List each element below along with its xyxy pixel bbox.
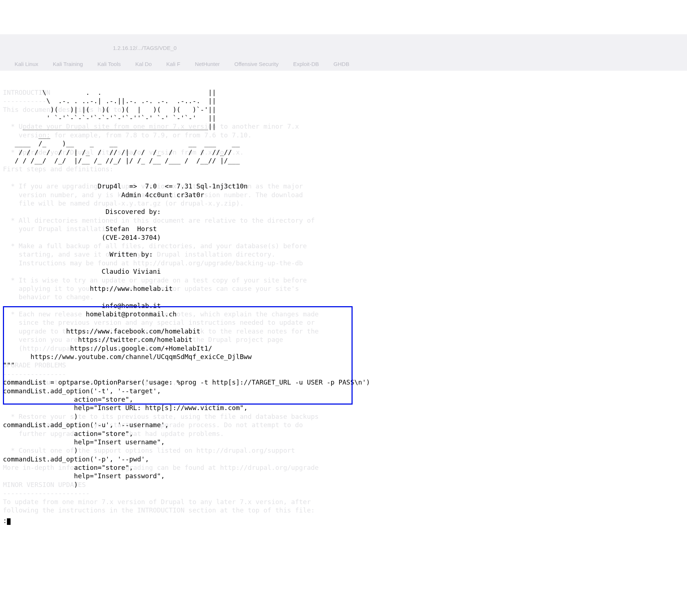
terminal-output[interactable]: \ . . || \ .-. . ..-.| .-.||.-. .-. .-. … [0,85,687,492]
bookmark-item[interactable]: GHDB [334,61,349,67]
terminal-viewport: 1.2.16.12/.../TAGS/VDE_0 Kali LinuxKali … [0,34,687,535]
vim-command-line[interactable]: : [0,517,687,526]
command-prompt: : [3,518,7,525]
text-cursor [7,518,11,525]
